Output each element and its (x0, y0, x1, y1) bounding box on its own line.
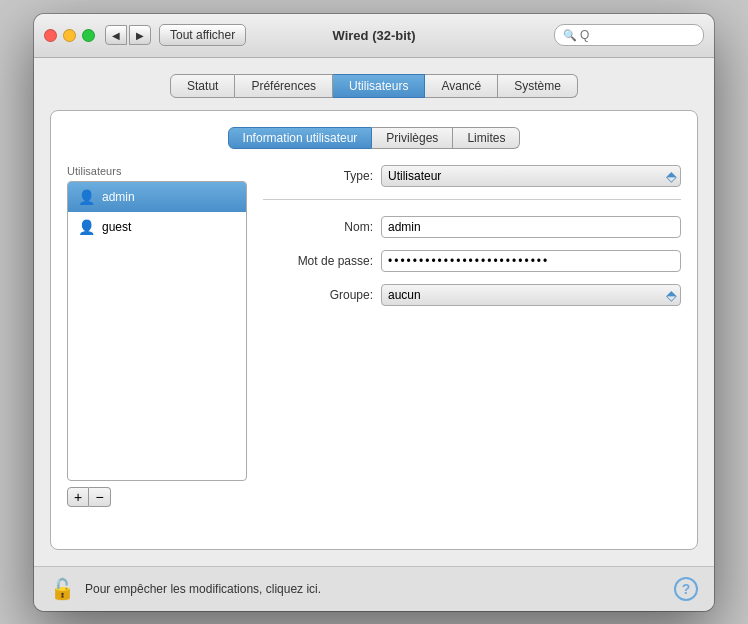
group-row: Groupe: aucunadminusers ⬘ (263, 284, 681, 306)
inner-panel: Information utilisateurPrivilègesLimites… (50, 110, 698, 550)
name-label: Nom: (263, 220, 373, 234)
type-select[interactable]: UtilisateurAdministrateurInvité (381, 165, 681, 187)
user-list: 👤admin👤guest (67, 181, 247, 481)
bottom-text: Pour empêcher les modifications, cliquez… (85, 582, 674, 596)
user-name: admin (102, 190, 135, 204)
password-label: Mot de passe: (263, 254, 373, 268)
add-user-button[interactable]: + (67, 487, 89, 507)
type-row: Type: UtilisateurAdministrateurInvité ⬘ (263, 165, 681, 187)
content-area: StatutPréférencesUtilisateursAvancéSystè… (34, 58, 714, 566)
user-item-guest[interactable]: 👤guest (68, 212, 246, 242)
password-input[interactable] (381, 250, 681, 272)
group-label: Groupe: (263, 288, 373, 302)
main-tab-preferences[interactable]: Préférences (235, 74, 333, 98)
user-name: guest (102, 220, 131, 234)
group-select-wrapper: aucunadminusers ⬘ (381, 284, 681, 306)
user-avatar: 👤 (76, 187, 96, 207)
main-tab-systeme[interactable]: Système (498, 74, 578, 98)
titlebar: ◀ ▶ Tout afficher Wired (32-bit) 🔍 (34, 14, 714, 58)
bottom-bar: 🔓 Pour empêcher les modifications, cliqu… (34, 566, 714, 611)
form-panel: Type: UtilisateurAdministrateurInvité ⬘ … (263, 165, 681, 533)
form-divider (263, 199, 681, 200)
show-all-button[interactable]: Tout afficher (159, 24, 246, 46)
search-icon: 🔍 (563, 29, 577, 42)
sub-tab-limites[interactable]: Limites (453, 127, 520, 149)
type-label: Type: (263, 169, 373, 183)
group-select[interactable]: aucunadminusers (381, 284, 681, 306)
type-select-wrapper: UtilisateurAdministrateurInvité ⬘ (381, 165, 681, 187)
name-row: Nom: (263, 216, 681, 238)
help-button[interactable]: ? (674, 577, 698, 601)
main-tab-statut[interactable]: Statut (170, 74, 235, 98)
user-item-admin[interactable]: 👤admin (68, 182, 246, 212)
sub-tab-bar: Information utilisateurPrivilègesLimites (67, 127, 681, 149)
search-box[interactable]: 🔍 (554, 24, 704, 46)
user-list-header: Utilisateurs (67, 165, 247, 177)
remove-user-button[interactable]: − (89, 487, 111, 507)
close-button[interactable] (44, 29, 57, 42)
nav-buttons: ◀ ▶ (105, 25, 151, 45)
main-window: ◀ ▶ Tout afficher Wired (32-bit) 🔍 Statu… (34, 14, 714, 611)
two-column-layout: Utilisateurs 👤admin👤guest + − Type: (67, 165, 681, 533)
back-button[interactable]: ◀ (105, 25, 127, 45)
password-row: Mot de passe: (263, 250, 681, 272)
main-tab-bar: StatutPréférencesUtilisateursAvancéSystè… (50, 74, 698, 98)
traffic-lights (44, 29, 95, 42)
sub-tab-privileges[interactable]: Privilèges (372, 127, 453, 149)
search-input[interactable] (580, 28, 695, 42)
main-tab-avance[interactable]: Avancé (425, 74, 498, 98)
lock-icon: 🔓 (50, 577, 75, 601)
name-input[interactable] (381, 216, 681, 238)
sub-tab-info[interactable]: Information utilisateur (228, 127, 373, 149)
window-title: Wired (32-bit) (333, 28, 416, 43)
user-avatar: 👤 (76, 217, 96, 237)
user-list-buttons: + − (67, 487, 247, 507)
forward-button[interactable]: ▶ (129, 25, 151, 45)
maximize-button[interactable] (82, 29, 95, 42)
user-list-container: Utilisateurs 👤admin👤guest + − (67, 165, 247, 533)
minimize-button[interactable] (63, 29, 76, 42)
main-tab-utilisateurs[interactable]: Utilisateurs (333, 74, 425, 98)
